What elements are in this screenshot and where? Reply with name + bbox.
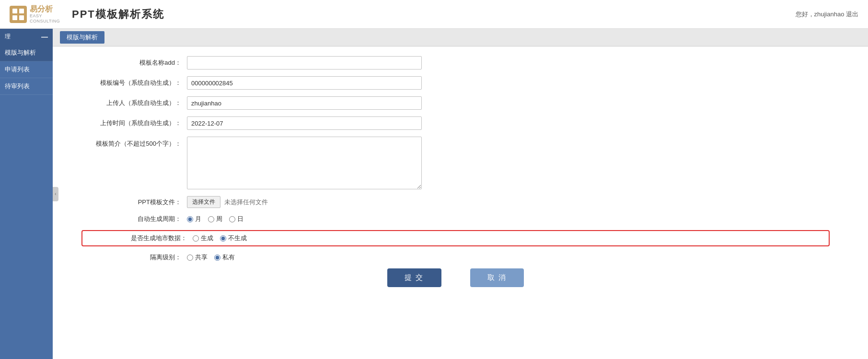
radio-group-city: 生成 不生成 (193, 234, 247, 243)
cancel-button[interactable]: 取 消 (470, 268, 524, 287)
radio-input-month[interactable] (187, 216, 193, 222)
input-name[interactable] (187, 56, 422, 69)
sidebar-item-templates[interactable]: 模版与解析 (0, 45, 53, 61)
radio-group-isolation: 共享 私有 (187, 253, 235, 262)
sidebar: 理 — 模版与解析 申请列表 待审列表 ‹ (0, 29, 53, 359)
input-number[interactable] (187, 76, 422, 90)
logo-icon (10, 6, 27, 23)
label-ppt-file: PPT模板文件： (81, 198, 187, 207)
sidebar-item-requests[interactable]: 申请列表 (0, 61, 53, 78)
sidebar-item-pending[interactable]: 待审列表 (0, 78, 53, 95)
form-row-period: 自动生成周期： 月 周 日 (81, 215, 830, 223)
input-upload-time[interactable] (187, 116, 422, 130)
svg-rect-3 (19, 15, 24, 20)
form-container: 模板名称add： 模板编号（系统自动生成）： 上传人（系统自动生成）： 上传时间… (53, 46, 868, 359)
sidebar-header-label: 理 (5, 33, 11, 41)
file-area: 选择文件 未选择任何文件 (187, 196, 268, 208)
label-number: 模板编号（系统自动生成）： (81, 79, 187, 87)
form-row-name: 模板名称add： (81, 56, 830, 69)
breadcrumb-tab[interactable]: 模版与解析 (60, 31, 104, 44)
label-city-data: 是否生成地市数据： (87, 234, 193, 243)
header: 易分析 EASY CONSULTING PPT模板解析系统 您好，zhujian… (0, 0, 868, 29)
label-upload-time: 上传时间（系统自动生成）： (81, 119, 187, 127)
radio-input-city-yes[interactable] (193, 235, 199, 242)
radio-input-week[interactable] (208, 216, 214, 222)
logo-area: 易分析 EASY CONSULTING (10, 4, 62, 24)
form-row-number: 模板编号（系统自动生成）： (81, 76, 830, 90)
radio-isolation-shared[interactable]: 共享 (187, 253, 208, 262)
input-uploader[interactable] (187, 96, 422, 110)
radio-city-yes[interactable]: 生成 (193, 234, 213, 243)
label-name: 模板名称add： (81, 58, 187, 67)
label-desc: 模板简介（不超过500个字）： (81, 137, 187, 148)
main-layout: 理 — 模版与解析 申请列表 待审列表 ‹ 模版与解析 模板名称add： (0, 29, 868, 359)
radio-input-city-no[interactable] (220, 235, 226, 242)
submit-button[interactable]: 提 交 (387, 268, 441, 287)
radio-input-private[interactable] (214, 255, 220, 261)
radio-input-day[interactable] (229, 216, 235, 222)
sidebar-collapse-icon[interactable]: — (41, 33, 48, 41)
form-row-isolation: 隔离级别： 共享 私有 (81, 253, 830, 262)
label-isolation: 隔离级别： (81, 253, 187, 262)
logo-en-text: EASY CONSULTING (30, 13, 62, 24)
user-greeting: 您好，zhujianhao 退出 (796, 10, 859, 19)
svg-rect-0 (12, 9, 17, 13)
logo-cn-text: 易分析 (30, 4, 62, 13)
radio-group-period: 月 周 日 (187, 215, 243, 223)
label-period: 自动生成周期： (81, 215, 187, 223)
content-area: 模版与解析 模板名称add： 模板编号（系统自动生成）： 上传人（系统自动生成）… (53, 29, 868, 359)
button-row: 提 交 取 消 (81, 268, 830, 297)
no-file-text: 未选择任何文件 (224, 198, 268, 207)
form-row-desc: 模板简介（不超过500个字）： (81, 137, 830, 189)
radio-period-month[interactable]: 月 (187, 215, 201, 223)
file-select-button[interactable]: 选择文件 (187, 196, 220, 208)
form-row-uploader: 上传人（系统自动生成）： (81, 96, 830, 110)
radio-period-week[interactable]: 周 (208, 215, 222, 223)
label-uploader: 上传人（系统自动生成）： (81, 99, 187, 107)
form-row-upload-time: 上传时间（系统自动生成）： (81, 116, 830, 130)
form-row-ppt-file: PPT模板文件： 选择文件 未选择任何文件 (81, 196, 830, 208)
radio-period-day[interactable]: 日 (229, 215, 243, 223)
radio-city-no[interactable]: 不生成 (220, 234, 247, 243)
radio-isolation-private[interactable]: 私有 (214, 253, 235, 262)
textarea-desc[interactable] (187, 137, 422, 189)
radio-input-shared[interactable] (187, 255, 193, 261)
svg-rect-1 (19, 9, 24, 13)
form-row-city-data-highlighted: 是否生成地市数据： 生成 不生成 (81, 230, 830, 246)
svg-rect-2 (12, 15, 17, 20)
logo-text: 易分析 EASY CONSULTING (30, 4, 62, 24)
sidebar-header[interactable]: 理 — (0, 29, 53, 45)
breadcrumb-bar: 模版与解析 (53, 29, 868, 46)
sidebar-toggle[interactable]: ‹ (53, 187, 58, 201)
page-title: PPT模板解析系统 (72, 7, 164, 22)
